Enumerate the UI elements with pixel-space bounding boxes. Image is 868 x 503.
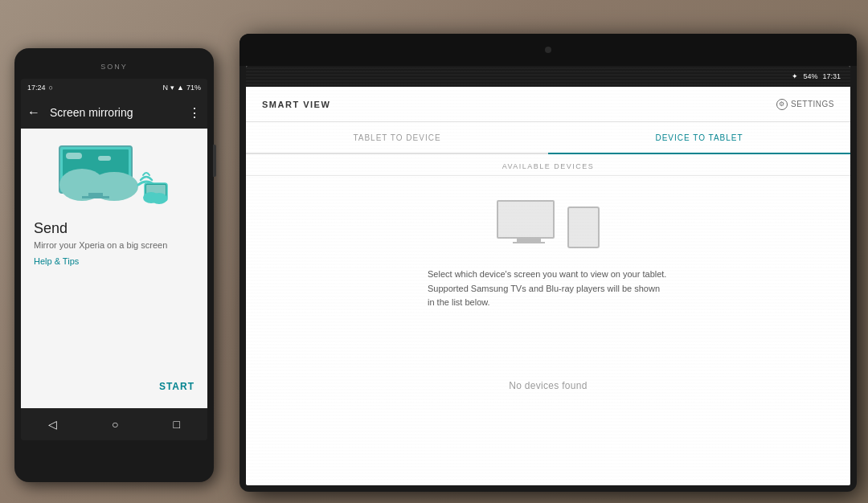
phone-send-description: Mirror your Xperia on a big screen <box>34 240 167 250</box>
phone-recents-nav-icon[interactable]: □ <box>174 418 180 431</box>
no-devices-text: No devices found <box>278 310 818 461</box>
tablet-battery: 54% <box>803 72 817 80</box>
phone-menu-button[interactable]: ⋮ <box>188 105 201 121</box>
phone-battery: 71% <box>186 84 201 92</box>
phone-help-link[interactable]: Help & Tips <box>34 256 79 266</box>
content-description: Select which device's screen you want to… <box>428 268 669 310</box>
tv-icon <box>497 200 561 248</box>
phone-circle-icon: ○ <box>49 84 53 92</box>
phone-statusbar: 17:24 ○ N ▾ ▲ 71% <box>21 79 207 96</box>
phone-device: SONY 17:24 ○ N ▾ ▲ 71% ← Scre <box>14 48 214 482</box>
phone-statusbar-left: 17:24 ○ <box>27 84 53 92</box>
available-devices-label: AVAILABLE DEVICES <box>246 154 850 176</box>
device-illustration <box>497 200 600 248</box>
tablet-screen: ✦ 54% 17:31 SMART VIEW ⚙ SETTINGS TABLET… <box>246 66 850 485</box>
settings-icon: ⚙ <box>776 99 788 110</box>
phone-screen-title: Screen mirroring <box>50 106 188 119</box>
phone-wifi-icon: ▾ <box>170 84 174 92</box>
phone-start-button[interactable]: START <box>159 381 194 392</box>
tv-stand <box>517 239 541 243</box>
tablet-statusbar-icons: ✦ 54% 17:31 <box>792 72 841 80</box>
phone-statusbar-right: N ▾ ▲ 71% <box>163 84 201 92</box>
phone-back-nav-icon[interactable]: ◁ <box>48 418 57 431</box>
tablet-icon <box>567 207 600 248</box>
phone-nfc-icon: N <box>163 84 169 92</box>
svg-rect-7 <box>82 196 109 198</box>
settings-label: SETTINGS <box>791 100 834 108</box>
smartview-settings-button[interactable]: ⚙ SETTINGS <box>776 99 834 110</box>
phone-illustration <box>58 145 170 207</box>
phone-brand-label: SONY <box>100 63 128 71</box>
tablet-device: ✦ 54% 17:31 SMART VIEW ⚙ SETTINGS TABLET… <box>240 34 857 492</box>
phone-side-button <box>213 145 216 177</box>
screen-mirror-illustration <box>58 145 170 207</box>
phone-home-nav-icon[interactable]: ○ <box>112 418 118 431</box>
phone-screen: 17:24 ○ N ▾ ▲ 71% ← Screen mirroring ⋮ <box>21 79 207 440</box>
smartview-tabs: TABLET TO DEVICE DEVICE TO TABLET <box>246 122 850 154</box>
svg-rect-4 <box>66 153 82 159</box>
svg-point-11 <box>151 193 167 204</box>
phone-time: 17:24 <box>27 84 46 92</box>
smartview-content: Select which device's screen you want to… <box>246 176 850 485</box>
tablet-camera <box>545 47 551 53</box>
svg-rect-5 <box>98 156 111 161</box>
tablet-statusbar: ✦ 54% 17:31 <box>246 66 850 87</box>
smartview-title: SMART VIEW <box>262 100 776 109</box>
phone-navbar: ◁ ○ □ <box>21 408 207 440</box>
tablet-bluetooth-icon: ✦ <box>792 72 798 80</box>
tablet-body: ✦ 54% 17:31 SMART VIEW ⚙ SETTINGS TABLET… <box>240 34 857 492</box>
phone-toolbar: ← Screen mirroring ⋮ <box>21 96 207 129</box>
tv-screen-box <box>497 200 555 239</box>
tablet-time: 17:31 <box>822 72 841 80</box>
phone-send-title: Send <box>34 220 68 237</box>
tab-tablet-to-device[interactable]: TABLET TO DEVICE <box>246 122 548 153</box>
tablet-top-bar <box>240 34 857 66</box>
smartview-header: SMART VIEW ⚙ SETTINGS <box>246 87 850 122</box>
phone-body: SONY 17:24 ○ N ▾ ▲ 71% ← Scre <box>14 48 214 482</box>
phone-signal-icon: ▲ <box>177 84 184 92</box>
phone-content: Send Mirror your Xperia on a big screen … <box>21 129 207 408</box>
tab-device-to-tablet[interactable]: DEVICE TO TABLET <box>548 122 850 153</box>
phone-back-button[interactable]: ← <box>27 105 40 120</box>
